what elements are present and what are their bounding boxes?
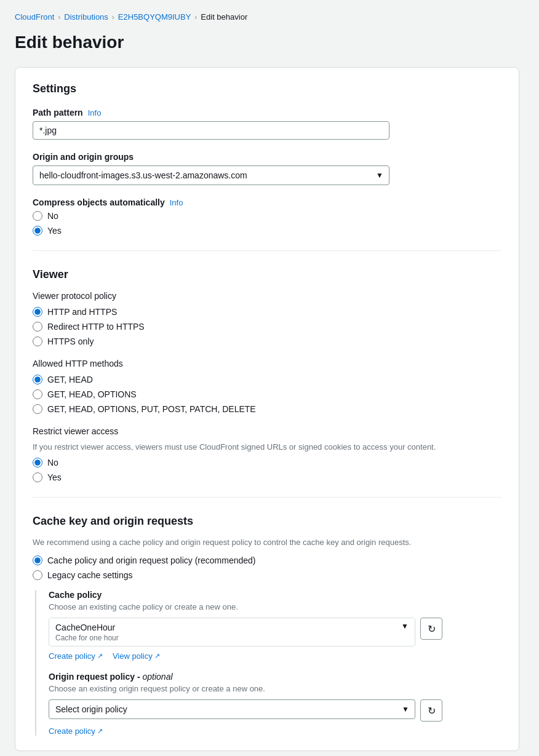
origin-request-policy-select-wrapper: Select origin policy ▼ [49, 699, 415, 719]
cache-policy-nested: Cache policy Choose an existing cache po… [35, 590, 501, 736]
origin-request-policy-refresh-icon: ↻ [428, 705, 436, 717]
cache-policy-select[interactable]: CacheOneHour [49, 618, 415, 634]
origin-request-policy-select[interactable]: Select origin policy [49, 699, 415, 719]
path-pattern-group: Path pattern Info [33, 108, 501, 140]
breadcrumb-distributions[interactable]: Distributions [64, 12, 108, 22]
path-pattern-label: Path pattern [33, 108, 83, 117]
cache-legacy-item[interactable]: Legacy cache settings [33, 570, 501, 580]
compress-radio-group: No Yes [33, 211, 501, 236]
protocol-redirect-radio[interactable] [33, 322, 42, 332]
viewer-section: Viewer Viewer protocol policy HTTP and H… [33, 268, 501, 482]
cache-policy-refresh-button[interactable]: ↻ [420, 618, 442, 640]
viewer-protocol-group: Viewer protocol policy HTTP and HTTPS Re… [33, 291, 501, 346]
cache-legacy-radio[interactable] [33, 570, 42, 580]
restrict-access-radio-group: No Yes [33, 458, 501, 482]
compress-label: Compress objects automatically [33, 197, 165, 207]
restrict-yes-label: Yes [47, 472, 62, 482]
origin-groups-select[interactable]: hello-cloudfront-images.s3.us-west-2.ama… [33, 165, 389, 185]
compress-yes-label: Yes [47, 226, 62, 236]
origin-request-policy-label: Origin request policy - optional [49, 672, 501, 682]
breadcrumb-sep-3: › [194, 13, 197, 22]
breadcrumb-sep-1: › [58, 13, 60, 22]
origin-request-policy-optional: optional [142, 672, 172, 682]
compress-no-item[interactable]: No [33, 211, 501, 221]
origin-request-policy-select-row: Select origin policy ▼ ↻ [49, 699, 442, 722]
compress-no-label: No [47, 211, 58, 221]
viewer-section-title: Viewer [33, 268, 501, 281]
methods-get-head-radio[interactable] [33, 375, 42, 384]
compress-yes-item[interactable]: Yes [33, 226, 501, 236]
methods-all-item[interactable]: GET, HEAD, OPTIONS, PUT, POST, PATCH, DE… [33, 404, 501, 414]
breadcrumb-sep-2: › [112, 13, 114, 22]
methods-get-head-options-item[interactable]: GET, HEAD, OPTIONS [33, 389, 501, 399]
page-title: Edit behavior [15, 33, 524, 52]
path-pattern-info[interactable]: Info [88, 108, 102, 117]
cache-section-desc: We recommend using a cache policy and or… [33, 538, 501, 547]
cache-section-title: Cache key and origin requests [33, 515, 501, 528]
compress-group: Compress objects automatically Info No Y… [33, 197, 501, 236]
methods-get-head-label: GET, HEAD [47, 375, 93, 384]
allowed-methods-group: Allowed HTTP methods GET, HEAD GET, HEAD… [33, 359, 501, 414]
methods-get-head-options-radio[interactable] [33, 389, 42, 399]
restrict-access-desc: If you restrict viewer access, viewers m… [33, 442, 501, 452]
create-origin-policy-ext-icon: ↗ [97, 727, 103, 735]
create-origin-policy-link[interactable]: Create policy ↗ [49, 726, 103, 736]
compress-info[interactable]: Info [170, 198, 183, 207]
origin-groups-group: Origin and origin groups hello-cloudfron… [33, 152, 501, 185]
restrict-no-item[interactable]: No [33, 458, 501, 468]
cache-options-radio-group: Cache policy and origin request policy (… [33, 555, 501, 580]
viewer-protocol-radio-group: HTTP and HTTPS Redirect HTTP to HTTPS HT… [33, 307, 501, 346]
origin-request-policy-refresh-button[interactable]: ↻ [420, 699, 442, 722]
compress-yes-radio[interactable] [33, 226, 42, 236]
restrict-access-label: Restrict viewer access [33, 426, 501, 436]
restrict-access-group: Restrict viewer access If you restrict v… [33, 426, 501, 482]
origin-request-policy-select-box: Select origin policy ▼ [49, 699, 415, 719]
cache-policy-desc: Choose an existing cache policy or creat… [49, 602, 501, 611]
cache-policy-radio[interactable] [33, 555, 42, 565]
origin-request-policy-desc: Choose an existing origin request policy… [49, 684, 501, 693]
protocol-https-only-label: HTTPS only [47, 336, 94, 346]
cache-policy-box: CacheOneHour ▼ Cache for one hour [49, 618, 415, 647]
methods-get-head-options-label: GET, HEAD, OPTIONS [47, 389, 137, 399]
restrict-no-radio[interactable] [33, 458, 42, 468]
cache-section: Cache key and origin requests We recomme… [33, 515, 501, 736]
restrict-yes-item[interactable]: Yes [33, 472, 501, 482]
create-cache-policy-ext-icon: ↗ [97, 652, 103, 660]
methods-all-label: GET, HEAD, OPTIONS, PUT, POST, PATCH, DE… [47, 404, 256, 414]
cache-policy-select-inner: CacheOneHour ▼ [49, 618, 415, 634]
methods-all-radio[interactable] [33, 404, 42, 414]
methods-get-head-item[interactable]: GET, HEAD [33, 375, 501, 384]
restrict-yes-radio[interactable] [33, 472, 42, 482]
compress-no-radio[interactable] [33, 211, 42, 221]
path-pattern-input[interactable] [33, 121, 389, 140]
cache-legacy-label: Legacy cache settings [47, 570, 133, 580]
protocol-https-only-radio[interactable] [33, 336, 42, 346]
origin-request-policy-label-text: Origin request policy [49, 672, 135, 682]
cache-policy-section: Cache policy Choose an existing cache po… [49, 590, 501, 661]
cache-policy-refresh-icon: ↻ [428, 623, 436, 635]
breadcrumb-current: Edit behavior [201, 12, 247, 22]
origin-request-policy-links: Create policy ↗ [49, 726, 501, 736]
breadcrumb: CloudFront › Distributions › E2H5BQYQM9I… [15, 12, 524, 22]
restrict-no-label: No [47, 458, 58, 468]
origin-groups-select-wrapper: hello-cloudfront-images.s3.us-west-2.ama… [33, 165, 389, 185]
breadcrumb-distribution-id[interactable]: E2H5BQYQM9IUBY [118, 12, 191, 22]
cache-policy-select-wrapper: CacheOneHour ▼ Cache for one hour [49, 618, 415, 647]
protocol-http-https-item[interactable]: HTTP and HTTPS [33, 307, 501, 317]
view-cache-policy-ext-icon: ↗ [154, 652, 160, 660]
breadcrumb-cloudfront[interactable]: CloudFront [15, 12, 54, 22]
origin-request-policy-section: Origin request policy - optional Choose … [49, 672, 501, 736]
protocol-redirect-label: Redirect HTTP to HTTPS [47, 322, 145, 332]
settings-section-title: Settings [33, 82, 501, 95]
view-cache-policy-link[interactable]: View policy ↗ [113, 651, 160, 661]
cache-policy-item[interactable]: Cache policy and origin request policy (… [33, 555, 501, 565]
cache-policy-label: Cache policy and origin request policy (… [47, 555, 256, 565]
protocol-redirect-item[interactable]: Redirect HTTP to HTTPS [33, 322, 501, 332]
create-cache-policy-link[interactable]: Create policy ↗ [49, 651, 103, 661]
view-cache-policy-label: View policy [113, 651, 153, 661]
protocol-http-https-label: HTTP and HTTPS [47, 307, 117, 317]
protocol-https-only-item[interactable]: HTTPS only [33, 336, 501, 346]
viewer-protocol-label: Viewer protocol policy [33, 291, 501, 301]
protocol-http-https-radio[interactable] [33, 307, 42, 317]
allowed-methods-label: Allowed HTTP methods [33, 359, 501, 368]
